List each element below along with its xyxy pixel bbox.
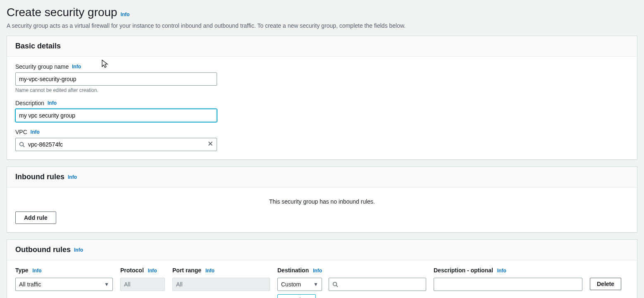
inbound-rules-empty: This security group has no inbound rules… [15, 194, 629, 211]
rule-port-box: All [172, 278, 270, 291]
page-info-link[interactable]: Info [121, 12, 130, 17]
rule-dest-chip[interactable]: 0.0.0.0/0 [277, 294, 316, 298]
rule-dest-chip-value: 0.0.0.0/0 [281, 297, 304, 298]
col-type-label: Type [15, 267, 29, 274]
vpc-input[interactable] [27, 141, 213, 148]
rule-desc-input[interactable] [434, 278, 582, 291]
inbound-rules-panel: Inbound rules Info This security group h… [7, 166, 637, 233]
caret-down-icon: ▼ [104, 281, 109, 287]
rule-protocol-box: All [120, 278, 165, 291]
rule-dest-search[interactable] [329, 278, 426, 291]
page-title: Create security group [7, 6, 117, 19]
vpc-label: VPC [15, 129, 27, 135]
search-icon [19, 142, 25, 147]
sg-name-info-link[interactable]: Info [72, 64, 81, 70]
col-port-label: Port range [172, 267, 201, 274]
col-type-info-link[interactable]: Info [33, 268, 42, 274]
sg-desc-label: Description [15, 100, 44, 106]
inbound-rules-heading: Inbound rules [15, 173, 64, 181]
inbound-add-rule-button[interactable]: Add rule [15, 211, 56, 224]
sg-desc-input[interactable] [15, 109, 217, 122]
outbound-rule-row: All traffic ▼ All All [15, 278, 629, 298]
rule-dest-search-input[interactable] [341, 281, 422, 288]
col-desc-label: Description - optional [434, 267, 493, 274]
rule-delete-button[interactable]: Delete [590, 278, 621, 290]
vpc-combobox[interactable] [15, 138, 217, 151]
rule-dest-mode-value: Custom [281, 281, 301, 288]
col-protocol-label: Protocol [120, 267, 144, 274]
remove-chip-icon[interactable] [307, 296, 312, 298]
sg-name-help: Name cannot be edited after creation. [15, 87, 629, 93]
rule-type-select[interactable]: All traffic ▼ [15, 278, 113, 291]
vpc-info-link[interactable]: Info [31, 129, 40, 135]
rule-type-value: All traffic [19, 281, 41, 288]
inbound-rules-info-link[interactable]: Info [68, 174, 77, 180]
rule-protocol-value: All [124, 281, 131, 288]
rule-port-value: All [176, 281, 183, 288]
outbound-rules-panel: Outbound rules Info Type Info Protocol I… [7, 239, 637, 298]
svg-line-5 [336, 286, 338, 287]
col-desc-info-link[interactable]: Info [497, 268, 506, 274]
outbound-rules-info-link[interactable]: Info [74, 247, 83, 253]
sg-name-input[interactable] [15, 72, 217, 86]
col-destination-info-link[interactable]: Info [313, 268, 322, 274]
caret-down-icon: ▼ [313, 281, 318, 287]
rule-dest-mode-select[interactable]: Custom ▼ [277, 278, 322, 291]
svg-line-1 [23, 146, 25, 147]
col-protocol-info-link[interactable]: Info [148, 268, 157, 274]
search-icon [332, 281, 338, 287]
col-destination-label: Destination [277, 267, 309, 274]
sg-name-label: Security group name [15, 63, 69, 70]
clear-icon[interactable] [208, 141, 213, 148]
page-description: A security group acts as a virtual firew… [7, 22, 637, 29]
basic-details-heading: Basic details [15, 42, 61, 50]
sg-desc-info-link[interactable]: Info [48, 100, 57, 106]
outbound-rules-heading: Outbound rules [15, 245, 71, 254]
col-port-info-link[interactable]: Info [205, 268, 215, 274]
svg-point-4 [333, 282, 337, 286]
basic-details-panel: Basic details Security group name Info N… [7, 36, 637, 160]
svg-point-0 [20, 142, 24, 146]
